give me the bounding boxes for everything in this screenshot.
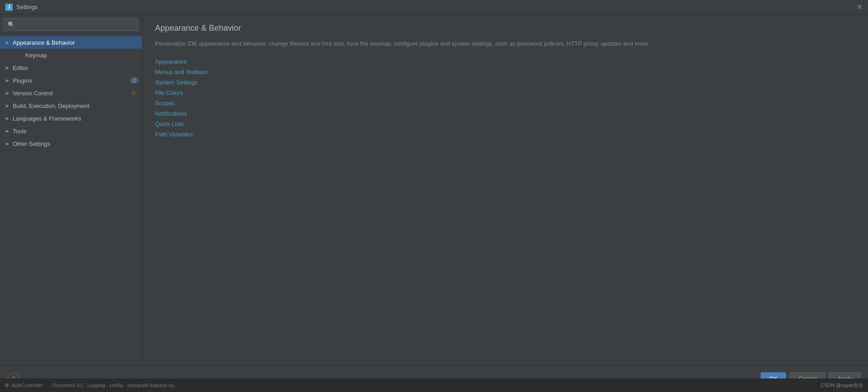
taskbar-item-authcontroller: ⚙ AuthController (5, 383, 43, 388)
link-scopes[interactable]: Scopes (155, 100, 855, 107)
expand-arrow-editor (4, 64, 11, 71)
main-content: Appearance & Behavior Personalize IDE ap… (142, 14, 868, 365)
link-file-colors[interactable]: File Colors (155, 89, 855, 96)
link-appearance[interactable]: Appearance (155, 58, 855, 65)
links-list: Appearance Menus and Toolbars System Set… (155, 58, 855, 138)
page-description: Personalize IDE appearance and behavior:… (155, 39, 652, 48)
page-title: Appearance & Behavior (155, 23, 855, 33)
search-icon: 🔍 (8, 21, 15, 28)
expand-arrow-other (4, 140, 11, 147)
expand-arrow-build (4, 102, 11, 109)
sidebar-label-build: Build, Execution, Deployment (13, 103, 138, 109)
search-input[interactable] (18, 21, 134, 28)
expand-arrow-appearance-behavior (4, 39, 11, 46)
sidebar-item-build-execution-deployment[interactable]: Build, Execution, Deployment (0, 99, 142, 112)
sidebar-item-languages-frameworks[interactable]: Languages & Frameworks (0, 112, 142, 125)
expand-arrow-tools (4, 127, 11, 135)
taskbar-label-document: Document 1/1 - Logging - config - classp… (52, 383, 178, 388)
plugins-badge: 2 (130, 77, 138, 84)
sidebar-label-tools: Tools (13, 128, 138, 135)
sidebar-label-keymap: Keymap (25, 52, 138, 59)
sidebar-item-appearance-behavior[interactable]: Appearance & Behavior (0, 36, 142, 49)
dialog-body: 🔍 Appearance & Behavior Keymap Editor (0, 14, 868, 365)
taskbar-icon-authcontroller: ⚙ (5, 383, 9, 388)
sidebar-item-plugins[interactable]: Plugins 2 (0, 74, 142, 87)
close-button[interactable]: ✕ (857, 4, 863, 11)
sidebar-item-editor[interactable]: Editor (0, 61, 142, 74)
expand-arrow-keymap (16, 51, 24, 59)
sidebar-item-other-settings[interactable]: Other Settings (0, 137, 142, 150)
link-quick-lists[interactable]: Quick Lists (155, 121, 855, 127)
search-box[interactable]: 🔍 (4, 18, 138, 31)
sidebar-item-version-control[interactable]: Version Control ⎘ (0, 87, 142, 99)
sidebar-item-tools[interactable]: Tools (0, 125, 142, 137)
sidebar: 🔍 Appearance & Behavior Keymap Editor (0, 14, 142, 365)
link-notifications[interactable]: Notifications (155, 110, 855, 117)
expand-arrow-languages (4, 115, 11, 122)
title-bar: J Settings ✕ (0, 0, 868, 14)
expand-arrow-plugins (4, 77, 11, 84)
sidebar-item-keymap[interactable]: Keymap (0, 49, 142, 61)
sidebar-label-other: Other Settings (13, 140, 138, 147)
sidebar-label-plugins: Plugins (13, 77, 130, 84)
link-menus-toolbars[interactable]: Menus and Toolbars (155, 69, 855, 75)
taskbar-label-authcontroller: AuthController (11, 383, 43, 388)
window-title: Settings (16, 4, 38, 10)
sidebar-label-version-control: Version Control (13, 90, 130, 97)
link-system-settings[interactable]: System Settings (155, 79, 855, 86)
taskbar-item-document: Document 1/1 - Logging - config - classp… (52, 383, 178, 388)
sidebar-nav: Appearance & Behavior Keymap Editor Plug… (0, 34, 142, 365)
app-icon: J (5, 4, 13, 11)
sidebar-label-languages: Languages & Frameworks (13, 115, 138, 122)
sidebar-label-appearance-behavior: Appearance & Behavior (13, 39, 138, 46)
expand-arrow-version-control (4, 89, 11, 97)
sidebar-label-editor: Editor (13, 65, 138, 71)
version-control-badge-icon: ⎘ (130, 89, 137, 97)
link-path-variables[interactable]: Path Variables (155, 131, 855, 138)
taskbar: ⚙ AuthController Document 1/1 - Logging … (0, 378, 868, 392)
taskbar-label-right: CSDN @super先生 (821, 382, 863, 389)
